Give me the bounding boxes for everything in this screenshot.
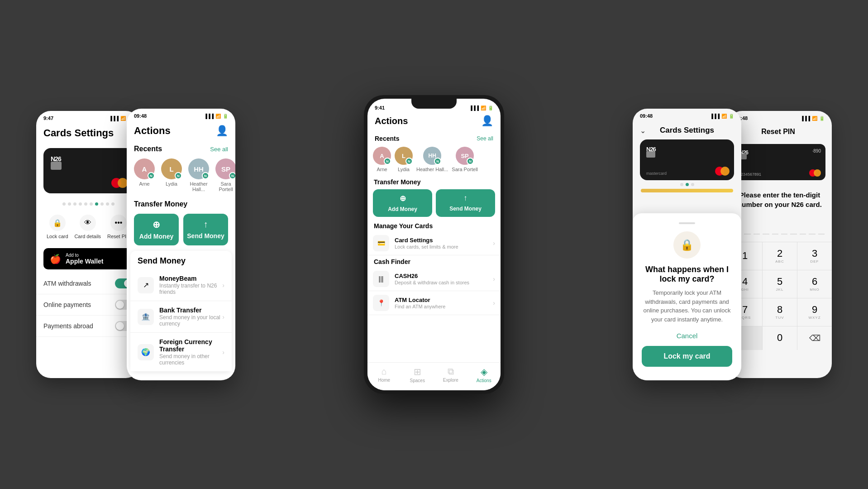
pin-digit-2 bbox=[744, 218, 750, 235]
profile-icon-screen2[interactable]: 👤 bbox=[216, 125, 228, 137]
atm-withdrawals-label: ATM withdrawals bbox=[43, 280, 91, 287]
cash26-label: CASH26 bbox=[395, 273, 493, 279]
lock-modal-screen4: 🔒 What happens when I lock my card? Temp… bbox=[633, 213, 741, 380]
mastercard-screen4 bbox=[715, 167, 730, 176]
profile-icon-center[interactable]: 👤 bbox=[481, 115, 493, 127]
online-payments-toggle-row: Online payments bbox=[36, 294, 140, 316]
card-settings-subtitle: Lock cards, set limits & more bbox=[395, 244, 493, 249]
atm-subtitle: Find an ATM anywhere bbox=[395, 304, 493, 309]
lock-modal-desc: Temporarily lock your ATM withdrawals, c… bbox=[642, 288, 732, 324]
card-brand-screen4: N26 bbox=[646, 146, 728, 153]
lock-modal-title: What happens when I lock my card? bbox=[642, 265, 732, 284]
contact-arne-center[interactable]: A N Arne bbox=[373, 147, 391, 172]
send-money-button-screen2[interactable]: ↑ Send Money bbox=[183, 214, 228, 245]
card-display-screen5: N26 ·890 1234567891 bbox=[734, 144, 825, 180]
key-delete[interactable]: ⌫ bbox=[797, 326, 832, 350]
mastercard-screen5 bbox=[809, 169, 821, 177]
contact-lydia-center[interactable]: L N Lydia bbox=[395, 147, 413, 172]
chevron-down-icon-screen4[interactable]: ⌄ bbox=[640, 126, 646, 135]
pin-digit-4 bbox=[763, 218, 769, 235]
nav-home[interactable]: ⌂ Home bbox=[367, 366, 401, 383]
screen5-reset-pin: 09:48 ▐▐▐ 📶 🔋 ✕ Reset PIN N26 ·890 12345… bbox=[728, 111, 832, 378]
pin-digit-3 bbox=[754, 218, 760, 235]
send-money-button-center[interactable]: ↑ Send Money bbox=[436, 189, 495, 217]
card-settings-menu-item[interactable]: 💳 Card Settings Lock cards, set limits &… bbox=[367, 231, 501, 255]
status-bar-screen2: 09:48 ▐▐▐ 📶 🔋 bbox=[127, 109, 235, 121]
recents-header-center: Recents See all bbox=[367, 130, 501, 145]
card-carousel-dots-screen1 bbox=[36, 199, 140, 209]
add-money-button-center[interactable]: ⊕ Add Money bbox=[373, 189, 432, 217]
apple-wallet-name-label: Apple Wallet bbox=[66, 258, 104, 265]
center-title: Actions bbox=[375, 116, 408, 126]
card-chip-screen4 bbox=[646, 151, 655, 158]
contact-heather-screen2[interactable]: HH N Heather Hall... bbox=[188, 158, 209, 192]
foreign-transfer-option[interactable]: 🌍 Foreign Currency Transfer Send money i… bbox=[130, 333, 232, 371]
collapsed-header-screen4: ⌄ Cards Settings bbox=[633, 121, 741, 139]
contact-arne-screen2[interactable]: A N Arne bbox=[134, 158, 155, 192]
pin-digit-5 bbox=[772, 218, 778, 235]
modal-drag-bar-screen4 bbox=[679, 222, 695, 224]
screen2-actions: 09:48 ▐▐▐ 📶 🔋 Actions 👤 Recents See all … bbox=[127, 109, 235, 380]
card-details-button-screen1[interactable]: 👁 Card details bbox=[74, 215, 101, 239]
manage-cards-title-center: Manage Your Cards bbox=[367, 221, 501, 231]
contact-sara-screen2[interactable]: SP N Sara Portell bbox=[215, 158, 235, 192]
cash26-menu-item[interactable]: ||| CASH26 Deposit & withdraw cash in st… bbox=[367, 267, 501, 291]
apple-wallet-add-label: Add to bbox=[66, 253, 104, 258]
send-money-dropdown-screen2: Send Money ↗ MoneyBeam Instantly transfe… bbox=[130, 251, 232, 371]
time-screen2: 09:48 bbox=[134, 113, 147, 119]
nav-spaces[interactable]: ⊞ Spaces bbox=[401, 366, 434, 383]
card-number-partial: ·890 bbox=[812, 149, 821, 153]
add-money-button-screen2[interactable]: ⊕ Add Money bbox=[134, 214, 179, 245]
contact-heather-center[interactable]: HH N Heather Hall... bbox=[416, 147, 448, 172]
bank-transfer-option[interactable]: 🏦 Bank Transfer Send money in your local… bbox=[130, 301, 232, 333]
payments-abroad-label: Payments abroad bbox=[43, 322, 93, 330]
card-strip-peek bbox=[641, 189, 733, 192]
card-chip-screen1 bbox=[51, 162, 62, 170]
atm-locator-menu-item[interactable]: 📍 ATM Locator Find an ATM anywhere › bbox=[367, 291, 501, 315]
key-3[interactable]: 3 DEF bbox=[797, 242, 832, 270]
payments-abroad-toggle-row: Payments abroad bbox=[36, 316, 140, 337]
nav-actions[interactable]: ◈ Actions bbox=[467, 366, 501, 383]
key-6[interactable]: 6 MNO bbox=[797, 270, 832, 298]
card-display-screen4: N26 mastercard bbox=[640, 139, 734, 180]
pin-instructions: Please enter the ten-digit number on you… bbox=[728, 185, 832, 215]
screen5-title: Reset PIN bbox=[761, 128, 795, 136]
screen-center-phone: 9:41 ▐▐▐ 📶 🔋 Actions 👤 Recents See all A… bbox=[364, 95, 504, 394]
pin-digit-8 bbox=[800, 218, 806, 235]
screen4-title: Cards Settings bbox=[660, 126, 714, 135]
card-display-screen1: N26 bbox=[43, 148, 133, 193]
cash26-subtitle: Deposit & withdraw cash in stores bbox=[395, 280, 493, 285]
moneybeam-option[interactable]: ↗ MoneyBeam Instantly transfer to N26 fr… bbox=[130, 269, 232, 301]
numeric-keypad-screen5: 1 2 ABC 3 DEF 4 GHI 5 JKL 6 MNO 7 PQRS 8 bbox=[728, 242, 832, 350]
key-2[interactable]: 2 ABC bbox=[763, 242, 797, 270]
online-payments-label: Online payments bbox=[43, 301, 91, 308]
cancel-button-screen4[interactable]: Cancel bbox=[642, 332, 732, 340]
see-all-center[interactable]: See all bbox=[477, 135, 493, 142]
bottom-nav-center: ⌂ Home ⊞ Spaces ⧉ Explore ◈ Actions bbox=[367, 362, 501, 390]
transfer-title-screen2: Transfer Money bbox=[127, 197, 235, 211]
pin-input-area bbox=[728, 215, 832, 238]
recents-title-center: Recents bbox=[375, 135, 399, 142]
recents-title-screen2: Recents bbox=[134, 145, 162, 153]
see-all-screen2[interactable]: See all bbox=[210, 146, 228, 153]
contact-sara-center[interactable]: SP N Sara Portell bbox=[452, 147, 477, 172]
card-settings-label: Card Settings bbox=[395, 237, 493, 244]
apple-wallet-button-screen1[interactable]: 🍎 Add to Apple Wallet bbox=[43, 248, 133, 269]
contact-lydia-screen2[interactable]: L N Lydia bbox=[161, 158, 182, 192]
status-bar-screen5: 09:48 ▐▐▐ 📶 🔋 bbox=[728, 111, 832, 124]
phone-notch bbox=[411, 99, 457, 109]
screen1-title: Cards Settings bbox=[36, 124, 140, 143]
nav-explore[interactable]: ⧉ Explore bbox=[434, 366, 467, 383]
key-5[interactable]: 5 JKL bbox=[763, 270, 797, 298]
key-0[interactable]: 0 bbox=[763, 326, 797, 350]
atm-label: ATM Locator bbox=[395, 297, 493, 303]
lock-card-button-screen1[interactable]: 🔒 Lock card bbox=[47, 215, 68, 239]
recents-row-center: A N Arne L N Lydia HH N Heather Hall... … bbox=[367, 145, 501, 176]
key-9[interactable]: 9 WXYZ bbox=[797, 298, 832, 326]
pin-digit-6 bbox=[781, 218, 787, 235]
time-center: 9:41 bbox=[375, 105, 385, 110]
lock-card-confirm-button-screen4[interactable]: Lock my card bbox=[642, 346, 732, 367]
key-8[interactable]: 8 TUV bbox=[763, 298, 797, 326]
card-full-number: 1234567891 bbox=[739, 172, 761, 177]
screen1-cards-settings: 9:47 ▐▐▐ 📶 🔋 Cards Settings N26 🔒 Lo bbox=[36, 111, 140, 378]
